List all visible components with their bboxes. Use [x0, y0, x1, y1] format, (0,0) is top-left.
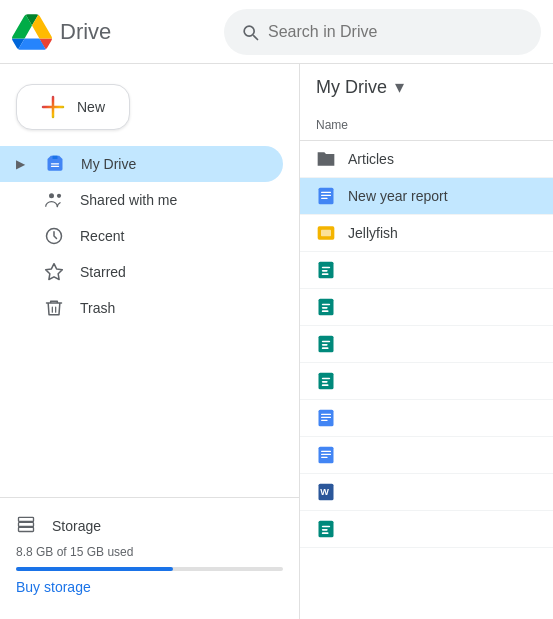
svg-rect-24 — [322, 341, 330, 343]
file-name: New year report — [348, 188, 448, 204]
table-row[interactable] — [300, 252, 553, 289]
recent-icon — [44, 226, 64, 246]
drive-dropdown-icon[interactable]: ▾ — [395, 76, 404, 98]
sidebar-item-my-drive[interactable]: ▶ My Drive — [0, 146, 283, 182]
storage-icon — [16, 514, 36, 537]
svg-rect-25 — [322, 344, 328, 346]
storage-bar-fill — [16, 567, 173, 571]
storage-title: Storage — [52, 518, 101, 534]
form-icon — [316, 260, 336, 280]
storage-bar — [16, 567, 283, 571]
form-icon — [316, 334, 336, 354]
search-bar[interactable] — [224, 9, 541, 55]
svg-rect-11 — [321, 198, 328, 199]
doc-icon — [316, 445, 336, 465]
shared-icon — [44, 190, 64, 210]
svg-rect-5 — [19, 517, 34, 521]
svg-rect-15 — [322, 267, 330, 269]
svg-rect-34 — [321, 420, 328, 421]
sidebar-item-label-shared: Shared with me — [80, 192, 177, 208]
buy-storage-link[interactable]: Buy storage — [16, 579, 91, 595]
svg-rect-0 — [51, 163, 59, 164]
app-header: Drive — [0, 0, 553, 64]
doc-icon — [316, 186, 336, 206]
file-name: Jellyfish — [348, 225, 398, 241]
svg-rect-44 — [322, 532, 329, 534]
table-row[interactable]: Jellyfish — [300, 215, 553, 252]
svg-rect-29 — [322, 381, 328, 383]
svg-rect-9 — [321, 192, 331, 193]
svg-point-2 — [49, 193, 54, 198]
folder-icon — [316, 149, 336, 169]
svg-rect-13 — [321, 230, 331, 237]
logo-area: Drive — [12, 12, 212, 52]
table-row[interactable]: W — [300, 474, 553, 511]
chevron-right-icon: ▶ — [16, 157, 25, 171]
app-name: Drive — [60, 19, 111, 45]
svg-rect-38 — [321, 457, 328, 458]
svg-rect-30 — [322, 384, 329, 386]
svg-rect-20 — [322, 304, 330, 306]
star-icon — [44, 262, 64, 282]
content-title: My Drive — [316, 77, 387, 98]
drive-logo — [12, 12, 52, 52]
sidebar-item-shared[interactable]: Shared with me — [0, 182, 283, 218]
search-icon — [240, 22, 260, 42]
sidebar-item-label-my-drive: My Drive — [81, 156, 136, 172]
new-button[interactable]: New — [16, 84, 130, 130]
svg-rect-6 — [19, 522, 34, 526]
table-row[interactable] — [300, 363, 553, 400]
svg-rect-16 — [322, 270, 328, 272]
main-layout: New ▶ My Drive — [0, 64, 553, 619]
new-button-label: New — [77, 99, 105, 115]
svg-rect-42 — [322, 526, 330, 528]
table-row[interactable]: New year report — [300, 178, 553, 215]
sidebar-item-label-trash: Trash — [80, 300, 115, 316]
content-header: My Drive ▾ — [300, 64, 553, 110]
svg-rect-36 — [321, 451, 331, 452]
form-icon — [316, 297, 336, 317]
file-name: Articles — [348, 151, 394, 167]
form-icon — [316, 371, 336, 391]
svg-rect-26 — [322, 347, 329, 349]
sidebar-item-trash[interactable]: Trash — [0, 290, 283, 326]
svg-rect-22 — [322, 310, 329, 312]
sidebar-item-label-recent: Recent — [80, 228, 124, 244]
storage-used-text: 8.8 GB of 15 GB used — [16, 545, 283, 559]
svg-rect-33 — [321, 417, 331, 418]
storage-section: Storage 8.8 GB of 15 GB used Buy storage — [0, 497, 299, 611]
storage-label: Storage — [16, 514, 283, 537]
table-row[interactable] — [300, 289, 553, 326]
sidebar-item-starred[interactable]: Starred — [0, 254, 283, 290]
svg-rect-28 — [322, 378, 330, 380]
svg-text:W: W — [320, 487, 329, 497]
svg-rect-32 — [321, 414, 331, 415]
table-row[interactable] — [300, 511, 553, 548]
svg-rect-21 — [322, 307, 328, 309]
content-area: My Drive ▾ Name Articles — [300, 64, 553, 619]
svg-rect-37 — [321, 454, 331, 455]
file-list: Articles New year report — [300, 141, 553, 619]
sidebar: New ▶ My Drive — [0, 64, 300, 619]
svg-rect-10 — [321, 195, 331, 196]
word-icon: W — [316, 482, 336, 502]
doc-icon — [316, 408, 336, 428]
column-header-name: Name — [300, 110, 553, 141]
svg-point-3 — [57, 194, 61, 198]
trash-icon — [44, 298, 64, 318]
svg-rect-1 — [51, 166, 59, 167]
slides-icon — [316, 223, 336, 243]
svg-rect-17 — [322, 273, 329, 275]
new-plus-icon — [41, 95, 65, 119]
form-icon — [316, 519, 336, 539]
table-row[interactable] — [300, 400, 553, 437]
sidebar-item-recent[interactable]: Recent — [0, 218, 283, 254]
table-row[interactable] — [300, 437, 553, 474]
table-row[interactable] — [300, 326, 553, 363]
drive-logo-icon — [12, 12, 52, 52]
table-row[interactable]: Articles — [300, 141, 553, 178]
nav-list: ▶ My Drive — [0, 146, 299, 326]
search-input[interactable] — [268, 23, 525, 41]
my-drive-icon — [45, 154, 65, 174]
svg-rect-7 — [19, 527, 34, 531]
